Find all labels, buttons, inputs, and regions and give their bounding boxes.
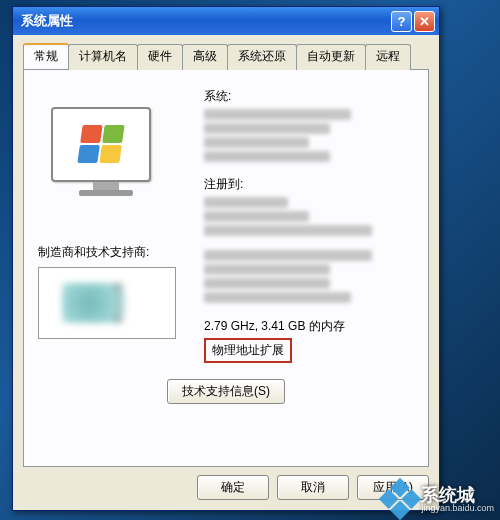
tab-remote[interactable]: 远程: [365, 44, 411, 70]
tab-strip: 常规 计算机名 硬件 高级 系统还原 自动更新 远程: [23, 43, 429, 69]
dialog-button-row: 确定 取消 应用(A): [23, 475, 429, 500]
system-info-blurred: [204, 109, 414, 162]
registered-section-label: 注册到:: [204, 176, 414, 193]
cancel-button[interactable]: 取消: [277, 475, 349, 500]
window-body: 常规 计算机名 硬件 高级 系统还原 自动更新 远程: [13, 35, 439, 510]
watermark-icon: [379, 478, 421, 520]
support-button-row: 技术支持信息(S): [38, 379, 414, 404]
spec-line: 2.79 GHz, 3.41 GB 的内存: [204, 319, 345, 333]
tab-system-restore[interactable]: 系统还原: [227, 44, 297, 70]
windows-logo-icon: [77, 125, 124, 163]
close-button[interactable]: ✕: [414, 11, 435, 32]
tab-panel-general: 制造商和技术支持商: 系统: 注册到:: [23, 69, 429, 467]
window-title: 系统属性: [21, 12, 391, 30]
oem-info-blurred: [204, 250, 414, 303]
tab-auto-update[interactable]: 自动更新: [296, 44, 366, 70]
left-column: 制造商和技术支持商:: [38, 88, 188, 363]
registered-info-blurred: [204, 197, 414, 236]
oem-logo-blurred: [62, 283, 152, 323]
right-column: 系统: 注册到:: [204, 88, 414, 363]
tech-support-button[interactable]: 技术支持信息(S): [167, 379, 285, 404]
watermark-text: 系统城 jingyan.baidu.com: [421, 486, 494, 513]
windows-logo-box: [38, 94, 173, 214]
titlebar[interactable]: 系统属性 ? ✕: [13, 7, 439, 35]
cpu-memory-specs: 2.79 GHz, 3.41 GB 的内存 物理地址扩展: [204, 317, 414, 363]
ok-button[interactable]: 确定: [197, 475, 269, 500]
info-row: 制造商和技术支持商: 系统: 注册到:: [38, 88, 414, 363]
titlebar-buttons: ? ✕: [391, 11, 435, 32]
watermark: 系统城 jingyan.baidu.com: [385, 484, 494, 514]
system-section-label: 系统:: [204, 88, 414, 105]
oem-section-label: 制造商和技术支持商:: [38, 244, 188, 261]
tab-general[interactable]: 常规: [23, 43, 69, 69]
watermark-main: 系统城: [421, 486, 494, 504]
help-button[interactable]: ?: [391, 11, 412, 32]
tab-computer-name[interactable]: 计算机名: [68, 44, 138, 70]
tab-advanced[interactable]: 高级: [182, 44, 228, 70]
oem-logo: [38, 267, 176, 339]
monitor-icon: [51, 107, 161, 202]
watermark-sub: jingyan.baidu.com: [421, 504, 494, 513]
pae-highlight: 物理地址扩展: [204, 338, 292, 363]
system-properties-window: 系统属性 ? ✕ 常规 计算机名 硬件 高级 系统还原 自动更新 远程: [12, 6, 440, 511]
tab-hardware[interactable]: 硬件: [137, 44, 183, 70]
